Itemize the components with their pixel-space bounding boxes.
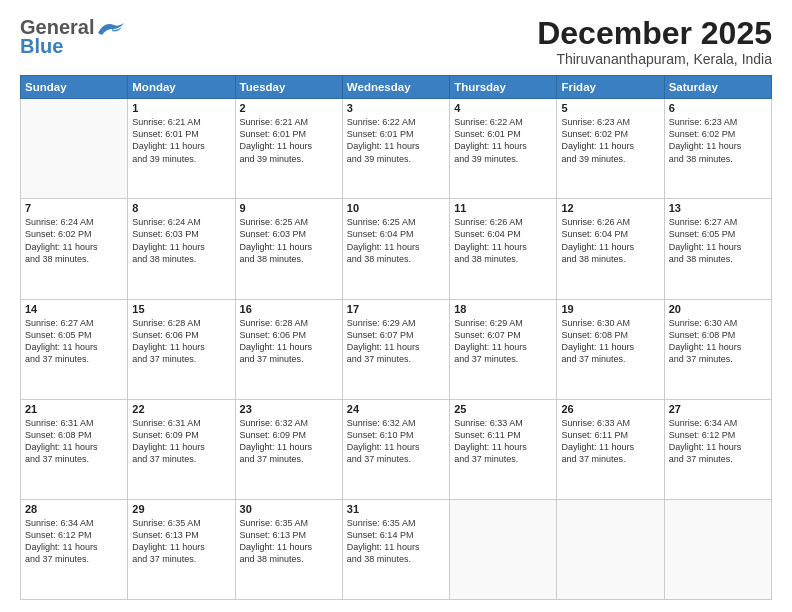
calendar-cell: 26Sunrise: 6:33 AM Sunset: 6:11 PM Dayli… (557, 399, 664, 499)
day-info: Sunrise: 6:23 AM Sunset: 6:02 PM Dayligh… (561, 116, 659, 165)
weekday-header-thursday: Thursday (450, 76, 557, 99)
weekday-header-tuesday: Tuesday (235, 76, 342, 99)
calendar-cell: 19Sunrise: 6:30 AM Sunset: 6:08 PM Dayli… (557, 299, 664, 399)
calendar-cell: 2Sunrise: 6:21 AM Sunset: 6:01 PM Daylig… (235, 99, 342, 199)
day-number: 2 (240, 102, 338, 114)
day-info: Sunrise: 6:33 AM Sunset: 6:11 PM Dayligh… (454, 417, 552, 466)
day-info: Sunrise: 6:23 AM Sunset: 6:02 PM Dayligh… (669, 116, 767, 165)
day-info: Sunrise: 6:32 AM Sunset: 6:09 PM Dayligh… (240, 417, 338, 466)
header: General Blue December 2025 Thiruvanantha… (20, 16, 772, 67)
day-number: 25 (454, 403, 552, 415)
calendar-cell: 1Sunrise: 6:21 AM Sunset: 6:01 PM Daylig… (128, 99, 235, 199)
month-title: December 2025 (537, 16, 772, 51)
day-info: Sunrise: 6:25 AM Sunset: 6:04 PM Dayligh… (347, 216, 445, 265)
day-number: 9 (240, 202, 338, 214)
day-number: 26 (561, 403, 659, 415)
day-number: 10 (347, 202, 445, 214)
day-number: 19 (561, 303, 659, 315)
weekday-header-row: SundayMondayTuesdayWednesdayThursdayFrid… (21, 76, 772, 99)
calendar-cell: 4Sunrise: 6:22 AM Sunset: 6:01 PM Daylig… (450, 99, 557, 199)
day-info: Sunrise: 6:26 AM Sunset: 6:04 PM Dayligh… (454, 216, 552, 265)
calendar-cell: 8Sunrise: 6:24 AM Sunset: 6:03 PM Daylig… (128, 199, 235, 299)
logo-blue: Blue (20, 35, 63, 58)
weekday-header-wednesday: Wednesday (342, 76, 449, 99)
calendar-cell: 30Sunrise: 6:35 AM Sunset: 6:13 PM Dayli… (235, 499, 342, 599)
calendar-cell: 17Sunrise: 6:29 AM Sunset: 6:07 PM Dayli… (342, 299, 449, 399)
day-info: Sunrise: 6:22 AM Sunset: 6:01 PM Dayligh… (454, 116, 552, 165)
calendar-cell: 29Sunrise: 6:35 AM Sunset: 6:13 PM Dayli… (128, 499, 235, 599)
calendar-cell: 20Sunrise: 6:30 AM Sunset: 6:08 PM Dayli… (664, 299, 771, 399)
day-number: 15 (132, 303, 230, 315)
day-number: 18 (454, 303, 552, 315)
day-number: 29 (132, 503, 230, 515)
day-info: Sunrise: 6:28 AM Sunset: 6:06 PM Dayligh… (240, 317, 338, 366)
day-info: Sunrise: 6:21 AM Sunset: 6:01 PM Dayligh… (132, 116, 230, 165)
calendar-week-row: 14Sunrise: 6:27 AM Sunset: 6:05 PM Dayli… (21, 299, 772, 399)
logo-bird-icon (96, 19, 126, 37)
calendar-cell: 15Sunrise: 6:28 AM Sunset: 6:06 PM Dayli… (128, 299, 235, 399)
calendar-cell: 28Sunrise: 6:34 AM Sunset: 6:12 PM Dayli… (21, 499, 128, 599)
day-info: Sunrise: 6:27 AM Sunset: 6:05 PM Dayligh… (25, 317, 123, 366)
day-number: 14 (25, 303, 123, 315)
calendar-week-row: 28Sunrise: 6:34 AM Sunset: 6:12 PM Dayli… (21, 499, 772, 599)
weekday-header-saturday: Saturday (664, 76, 771, 99)
calendar-cell: 18Sunrise: 6:29 AM Sunset: 6:07 PM Dayli… (450, 299, 557, 399)
day-number: 3 (347, 102, 445, 114)
calendar-week-row: 7Sunrise: 6:24 AM Sunset: 6:02 PM Daylig… (21, 199, 772, 299)
day-info: Sunrise: 6:35 AM Sunset: 6:13 PM Dayligh… (240, 517, 338, 566)
day-number: 30 (240, 503, 338, 515)
day-number: 6 (669, 102, 767, 114)
day-info: Sunrise: 6:30 AM Sunset: 6:08 PM Dayligh… (669, 317, 767, 366)
calendar-cell: 25Sunrise: 6:33 AM Sunset: 6:11 PM Dayli… (450, 399, 557, 499)
day-number: 21 (25, 403, 123, 415)
calendar-cell (557, 499, 664, 599)
calendar-cell: 3Sunrise: 6:22 AM Sunset: 6:01 PM Daylig… (342, 99, 449, 199)
calendar-week-row: 1Sunrise: 6:21 AM Sunset: 6:01 PM Daylig… (21, 99, 772, 199)
day-number: 5 (561, 102, 659, 114)
day-number: 17 (347, 303, 445, 315)
calendar-cell (664, 499, 771, 599)
day-info: Sunrise: 6:24 AM Sunset: 6:03 PM Dayligh… (132, 216, 230, 265)
day-info: Sunrise: 6:29 AM Sunset: 6:07 PM Dayligh… (347, 317, 445, 366)
calendar-cell: 13Sunrise: 6:27 AM Sunset: 6:05 PM Dayli… (664, 199, 771, 299)
day-number: 22 (132, 403, 230, 415)
day-number: 1 (132, 102, 230, 114)
calendar-cell: 21Sunrise: 6:31 AM Sunset: 6:08 PM Dayli… (21, 399, 128, 499)
calendar-cell: 5Sunrise: 6:23 AM Sunset: 6:02 PM Daylig… (557, 99, 664, 199)
day-info: Sunrise: 6:31 AM Sunset: 6:08 PM Dayligh… (25, 417, 123, 466)
day-number: 31 (347, 503, 445, 515)
day-number: 16 (240, 303, 338, 315)
weekday-header-sunday: Sunday (21, 76, 128, 99)
day-info: Sunrise: 6:25 AM Sunset: 6:03 PM Dayligh… (240, 216, 338, 265)
day-info: Sunrise: 6:33 AM Sunset: 6:11 PM Dayligh… (561, 417, 659, 466)
title-section: December 2025 Thiruvananthapuram, Kerala… (537, 16, 772, 67)
day-number: 4 (454, 102, 552, 114)
day-info: Sunrise: 6:27 AM Sunset: 6:05 PM Dayligh… (669, 216, 767, 265)
location: Thiruvananthapuram, Kerala, India (537, 51, 772, 67)
day-info: Sunrise: 6:26 AM Sunset: 6:04 PM Dayligh… (561, 216, 659, 265)
day-number: 20 (669, 303, 767, 315)
day-number: 28 (25, 503, 123, 515)
day-info: Sunrise: 6:34 AM Sunset: 6:12 PM Dayligh… (25, 517, 123, 566)
calendar-cell: 14Sunrise: 6:27 AM Sunset: 6:05 PM Dayli… (21, 299, 128, 399)
calendar-cell: 23Sunrise: 6:32 AM Sunset: 6:09 PM Dayli… (235, 399, 342, 499)
day-info: Sunrise: 6:35 AM Sunset: 6:14 PM Dayligh… (347, 517, 445, 566)
day-number: 24 (347, 403, 445, 415)
day-info: Sunrise: 6:35 AM Sunset: 6:13 PM Dayligh… (132, 517, 230, 566)
calendar-table: SundayMondayTuesdayWednesdayThursdayFrid… (20, 75, 772, 600)
calendar-cell: 7Sunrise: 6:24 AM Sunset: 6:02 PM Daylig… (21, 199, 128, 299)
day-number: 13 (669, 202, 767, 214)
calendar-cell: 27Sunrise: 6:34 AM Sunset: 6:12 PM Dayli… (664, 399, 771, 499)
day-info: Sunrise: 6:22 AM Sunset: 6:01 PM Dayligh… (347, 116, 445, 165)
calendar-cell: 11Sunrise: 6:26 AM Sunset: 6:04 PM Dayli… (450, 199, 557, 299)
weekday-header-monday: Monday (128, 76, 235, 99)
calendar-cell: 9Sunrise: 6:25 AM Sunset: 6:03 PM Daylig… (235, 199, 342, 299)
day-info: Sunrise: 6:32 AM Sunset: 6:10 PM Dayligh… (347, 417, 445, 466)
day-number: 23 (240, 403, 338, 415)
calendar-cell: 16Sunrise: 6:28 AM Sunset: 6:06 PM Dayli… (235, 299, 342, 399)
calendar-cell: 31Sunrise: 6:35 AM Sunset: 6:14 PM Dayli… (342, 499, 449, 599)
day-number: 8 (132, 202, 230, 214)
day-info: Sunrise: 6:24 AM Sunset: 6:02 PM Dayligh… (25, 216, 123, 265)
day-number: 27 (669, 403, 767, 415)
day-number: 11 (454, 202, 552, 214)
